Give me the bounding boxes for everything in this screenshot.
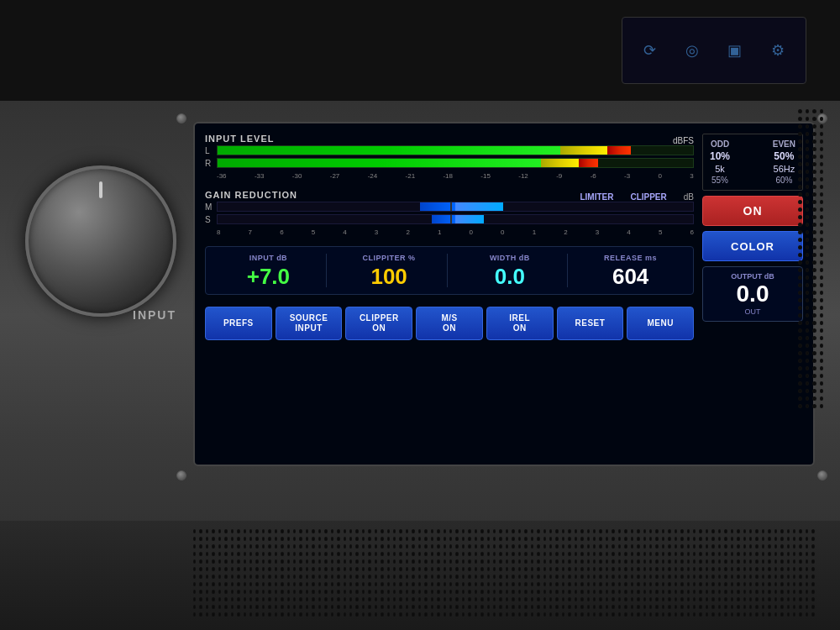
vu-red-r	[579, 159, 598, 167]
ms-bar-m	[217, 202, 694, 212]
vu-yellow-r	[541, 159, 579, 167]
output-db-label: OUTPUT dB	[731, 272, 774, 281]
rack-body: ⟳ ◎ ▣ ⚙ INPUT INPUT LEVEL dBFS	[0, 0, 840, 630]
input-level-label: INPUT LEVEL	[205, 134, 275, 144]
reset-button[interactable]: RESET	[557, 307, 624, 340]
param-clippiter: CLIPPITER % 100	[332, 254, 448, 287]
even-pct2: 60%	[775, 176, 792, 185]
screen-icon-1: ⟳	[643, 41, 656, 60]
main-display: INPUT LEVEL dBFS L	[193, 122, 815, 466]
screw-bottom-right	[817, 470, 827, 480]
param-input-db-value: +7.0	[247, 265, 290, 287]
params-row: INPUT dB +7.0 CLIPPITER % 100 WIDTH dB 0…	[205, 246, 694, 295]
vu-green-l	[218, 146, 560, 155]
vu-label-l: L	[205, 146, 213, 155]
vu-red-l	[607, 146, 631, 155]
ms-meter-container: M	[205, 202, 694, 236]
source-input-button[interactable]: SOURCE INPUT	[276, 307, 343, 340]
param-input-db: INPUT dB +7.0	[211, 254, 327, 287]
param-width-label: WIDTH dB	[490, 254, 530, 262]
odd-even-header-row: ODD 10% 5k 55% EVEN 50% 56Hz 60%	[710, 139, 795, 185]
screen-icon-3: ▣	[727, 41, 742, 60]
ms-label-s: S	[205, 215, 213, 224]
vu-bar-r	[217, 158, 694, 168]
small-screen: ⟳ ◎ ▣ ⚙	[622, 17, 806, 84]
odd-label: ODD	[711, 139, 729, 149]
param-width: WIDTH dB 0.0	[453, 254, 569, 287]
output-db-section: OUTPUT dB 0.0 OUT	[702, 266, 803, 322]
ms-bar-s	[217, 214, 694, 224]
vent-area-bottom	[193, 529, 815, 622]
menu-button[interactable]: MENU	[627, 307, 694, 340]
screen-icon-4: ⚙	[771, 41, 785, 60]
even-freq: 56Hz	[774, 164, 795, 174]
even-label: EVEN	[773, 139, 795, 149]
clipper-label: CLIPPER	[630, 192, 666, 202]
vu-channel-l: L	[205, 145, 694, 155]
vu-fill-r	[218, 159, 693, 167]
top-area: ⟳ ◎ ▣ ⚙	[0, 0, 840, 101]
bottom-area	[0, 521, 840, 630]
ms-channel-s: S	[205, 214, 694, 224]
main-knob[interactable]	[25, 165, 176, 317]
input-level-section: INPUT LEVEL dBFS L	[205, 134, 694, 180]
gain-reduction-section: GAIN REDUCTION LIMITER CLIPPER dB M	[205, 190, 694, 236]
display-left: INPUT LEVEL dBFS L	[205, 134, 694, 454]
param-width-value: 0.0	[495, 265, 525, 287]
gain-reduction-label: GAIN REDUCTION	[205, 190, 297, 200]
odd-pct1: 10%	[710, 150, 730, 162]
output-out-label: OUT	[745, 307, 761, 316]
limiter-label: LIMITER	[580, 192, 613, 202]
dbfs-label: dBFS	[673, 136, 694, 145]
buttons-row: PREFS SOURCE INPUT CLIPPER ON M/S ON IRE…	[205, 307, 694, 340]
odd-pct2: 55%	[711, 176, 728, 185]
irel-on-button[interactable]: IREL ON	[486, 307, 554, 340]
param-release: RELEASE ms 604	[573, 254, 688, 287]
display-right: ODD 10% 5k 55% EVEN 50% 56Hz 60% ON COL	[702, 134, 803, 454]
clipper-on-button[interactable]: CLIPPER ON	[345, 307, 412, 340]
ms-label-m: M	[205, 202, 213, 212]
param-clippiter-value: 100	[370, 265, 407, 287]
output-db-value: 0.0	[737, 282, 769, 306]
vu-fill-l	[218, 146, 693, 155]
odd-col: ODD 10% 5k 55%	[710, 139, 730, 185]
color-button[interactable]: COLOR	[702, 231, 803, 261]
vu-meter-container: L R	[205, 145, 694, 180]
odd-freq: 5k	[715, 164, 725, 174]
screen-icon-2: ◎	[685, 41, 699, 60]
vent-area-right: // Generate vent dots inline via JS	[798, 109, 823, 344]
knob-area: INPUT	[17, 109, 185, 403]
param-release-label: RELEASE ms	[604, 254, 657, 262]
vu-scale: -36 -33 -30 -27 -24 -21 -18 -15 -12 -9 -…	[217, 172, 694, 180]
prefs-button[interactable]: PREFS	[205, 307, 272, 340]
odd-even-section: ODD 10% 5k 55% EVEN 50% 56Hz 60%	[702, 134, 803, 191]
even-pct1: 50%	[774, 150, 794, 162]
vu-yellow-l	[560, 146, 608, 155]
gr-db-label: dB	[684, 192, 694, 202]
ms-channel-m: M	[205, 202, 694, 212]
even-col: EVEN 50% 56Hz 60%	[773, 139, 795, 185]
on-button[interactable]: ON	[702, 196, 803, 226]
vu-bar-l	[217, 145, 694, 155]
vu-label-r: R	[205, 159, 213, 168]
screw-bottom-left	[176, 470, 186, 480]
param-release-value: 604	[612, 265, 648, 287]
param-clippiter-label: CLIPPITER %	[363, 254, 416, 262]
vu-channel-r: R	[205, 158, 694, 168]
gain-reduction-header: GAIN REDUCTION LIMITER CLIPPER dB	[205, 190, 694, 202]
vu-green-r	[218, 159, 541, 167]
param-input-db-label: INPUT dB	[249, 254, 288, 262]
input-label: INPUT	[133, 308, 176, 322]
ms-on-button[interactable]: M/S ON	[416, 307, 483, 340]
